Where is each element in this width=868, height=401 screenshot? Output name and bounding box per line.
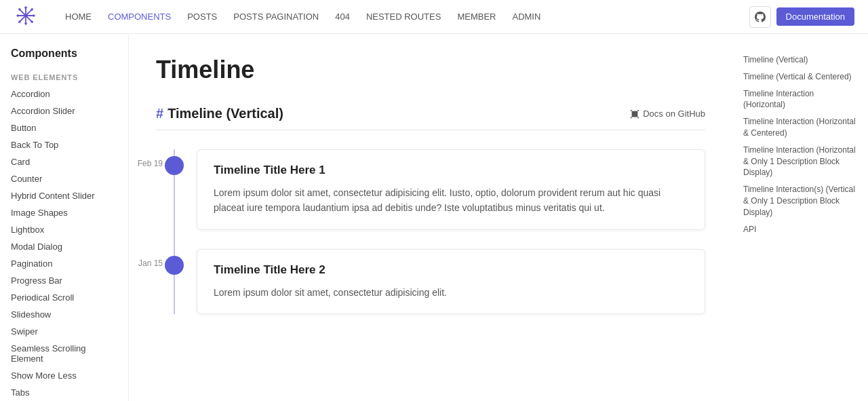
timeline-card-1: Timeline Title Here 1 Lorem ipsum dolor … [197,149,705,230]
sidebar-item-progress-bar[interactable]: Progress Bar [0,272,128,289]
timeline-card-body-2: Lorem ipsum dolor sit amet, consectetur … [214,285,688,300]
svg-point-10 [31,8,33,11]
logo [14,3,38,30]
sidebar-item-modal-dialog[interactable]: Modal Dialog [0,238,128,255]
docs-link-text: Docs on GitHub [643,109,705,119]
sidebar-item-pagination[interactable]: Pagination [0,255,128,272]
toc-item-2[interactable]: Timeline Interaction (Horizontal) [743,88,857,111]
sidebar-item-tabs[interactable]: Tabs [0,384,128,401]
timeline-card-body-1: Lorem ipsum dolor sit amet, consectetur … [214,185,688,216]
toc-item-5[interactable]: Timeline Interaction(s) (Vertical & Only… [743,184,857,218]
toc-item-6[interactable]: API [743,224,857,235]
svg-point-8 [33,14,35,17]
sidebar-title: Components [0,47,128,68]
sidebar-item-back-to-top[interactable]: Back To Top [0,136,128,153]
sidebar-item-counter[interactable]: Counter [0,170,128,187]
hash-icon: # [156,106,163,121]
svg-point-6 [24,22,27,25]
timeline-dot-2 [165,256,184,275]
toc-item-0[interactable]: Timeline (Vertical) [743,54,857,66]
page-title: Timeline [156,56,705,84]
svg-point-4 [24,14,27,17]
timeline-item: Feb 19 Timeline Title Here 1 Lorem ipsum… [197,149,705,230]
layout: Components WEB ELEMENTS Accordion Accord… [0,34,868,401]
sidebar-item-show-more-less[interactable]: Show More Less [0,367,128,384]
svg-point-12 [31,20,33,23]
toc-item-4[interactable]: Timeline Interaction (Horizontal & Only … [743,145,857,178]
nav-components[interactable]: COMPONENTS [108,12,171,22]
sidebar-item-accordion[interactable]: Accordion [0,85,128,102]
section-header: # Timeline (Vertical) Docs on GitHub [156,106,705,121]
sidebar-section-label: WEB ELEMENTS [0,68,128,85]
timeline-dot-1 [165,156,184,175]
sidebar-item-periodical-scroll[interactable]: Periodical Scroll [0,289,128,306]
sidebar-item-swiper[interactable]: Swiper [0,323,128,340]
svg-point-5 [24,7,27,9]
nav-admin[interactable]: ADMIN [512,12,540,22]
nav-posts[interactable]: POSTS [187,12,217,22]
top-nav: HOME COMPONENTS POSTS POSTS PAGINATION 4… [0,0,868,34]
right-toc: Timeline (Vertical) Timeline (Vertical &… [732,41,868,401]
timeline-date-2: Jan 15 [115,259,163,268]
main-content: Timeline # Timeline (Vertical) Docs on G… [129,34,732,401]
nav-404[interactable]: 404 [335,12,350,22]
sidebar-item-button[interactable]: Button [0,119,128,136]
nav-right: Documentation [749,6,854,28]
nav-nested-routes[interactable]: NESTED ROUTES [366,12,441,22]
sidebar-item-card[interactable]: Card [0,153,128,170]
nav-home[interactable]: HOME [65,12,92,22]
sidebar-item-lightbox[interactable]: Lightbox [0,221,128,238]
documentation-button[interactable]: Documentation [776,7,854,26]
timeline-container: Feb 19 Timeline Title Here 1 Lorem ipsum… [156,149,705,314]
svg-point-11 [18,20,21,23]
nav-member[interactable]: MEMBER [457,12,496,22]
svg-point-7 [17,14,20,17]
github-button[interactable] [749,6,771,28]
sidebar-item-accordion-slider[interactable]: Accordion Slider [0,102,128,119]
docs-link[interactable]: Docs on GitHub [630,109,705,119]
timeline-card-title-1: Timeline Title Here 1 [214,164,688,177]
sidebar-item-seamless-scrolling[interactable]: Seamless Scrolling Element [0,340,128,367]
timeline-card-2: Timeline Title Here 2 Lorem ipsum dolor … [197,249,705,314]
sidebar-item-hybrid-content-slider[interactable]: Hybrid Content Slider [0,187,128,204]
sidebar-item-image-shapes[interactable]: Image Shapes [0,204,128,221]
timeline-card-title-2: Timeline Title Here 2 [214,263,688,277]
timeline-date-1: Feb 19 [115,159,163,168]
timeline-item: Jan 15 Timeline Title Here 2 Lorem ipsum… [197,249,705,314]
docs-icon [630,109,639,119]
toc-item-3[interactable]: Timeline Interaction (Horizontal & Cente… [743,116,857,139]
section-title: # Timeline (Vertical) [156,106,283,121]
sidebar: Components WEB ELEMENTS Accordion Accord… [0,34,129,401]
section-title-text: Timeline (Vertical) [167,106,283,121]
sidebar-item-slideshow[interactable]: Slideshow [0,306,128,323]
svg-point-9 [18,8,21,11]
nav-posts-pagination[interactable]: POSTS PAGINATION [233,12,319,22]
nav-links: HOME COMPONENTS POSTS POSTS PAGINATION 4… [65,12,733,22]
section-divider [156,130,705,130]
toc-item-1[interactable]: Timeline (Vertical & Centered) [743,71,857,83]
